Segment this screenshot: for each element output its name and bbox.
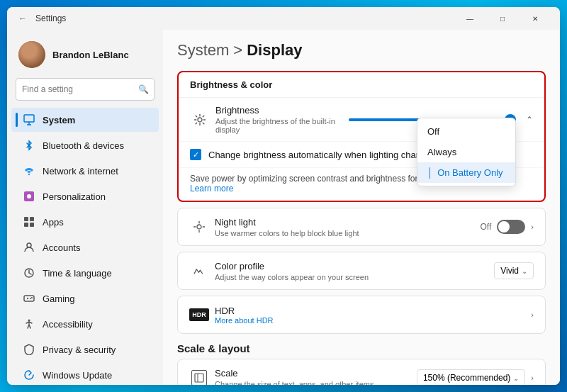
night-light-icon [189, 220, 209, 233]
night-light-status: Off [481, 222, 492, 232]
svg-point-19 [28, 320, 30, 322]
hdr-control: › [531, 310, 534, 319]
personalization-icon [23, 190, 35, 203]
hdr-link[interactable]: More about HDR [215, 316, 531, 325]
sidebar-item-update[interactable]: Windows Update [11, 363, 159, 385]
learn-more-link[interactable]: Learn more [190, 184, 233, 194]
sidebar-item-system[interactable]: System [11, 108, 159, 132]
sidebar-item-personalization[interactable]: Personalization [11, 184, 159, 208]
color-profile-select[interactable]: Vivid ⌄ [494, 262, 534, 279]
night-light-row: Night light Use warmer colors to help bl… [178, 208, 545, 245]
night-light-card: Night light Use warmer colors to help bl… [177, 208, 546, 246]
sidebar-label-accessibility: Accessibility [43, 319, 93, 330]
dropdown-option-battery[interactable]: On Battery Only [417, 162, 515, 183]
system-icon [23, 113, 35, 126]
scale-icon [189, 370, 209, 385]
brightness-expand-chevron[interactable]: ⌃ [526, 115, 533, 125]
night-light-control: Off › [481, 220, 534, 234]
scale-chevron[interactable]: › [531, 374, 534, 382]
brightness-title: Brightness [215, 105, 349, 116]
sidebar-label-update: Windows Update [43, 370, 112, 381]
auto-brightness-checkbox[interactable]: ✓ [190, 149, 201, 160]
scale-desc: Change the size of text, apps, and other… [215, 380, 417, 386]
sidebar-item-accounts[interactable]: Accounts [11, 235, 159, 259]
accounts-icon [23, 241, 35, 254]
maximize-button[interactable]: □ [486, 7, 519, 30]
close-button[interactable]: ✕ [519, 7, 551, 30]
brightness-desc: Adjust the brightness of the built-in di… [215, 117, 349, 134]
sidebar-label-system: System [43, 115, 75, 125]
avatar [18, 41, 45, 68]
svg-line-25 [196, 116, 197, 117]
user-name: Brandon LeBlanc [52, 50, 129, 60]
network-icon [23, 164, 35, 177]
hdr-card: HDR HDR More about HDR › [177, 296, 546, 334]
search-input[interactable] [16, 78, 155, 101]
night-light-text: Night light Use warmer colors to help bl… [215, 217, 481, 237]
color-profile-title: Color profile [215, 261, 494, 271]
color-profile-desc: Adjust the way colors appear on your scr… [215, 273, 494, 281]
time-icon [23, 267, 35, 279]
bluetooth-icon [23, 139, 35, 152]
dropdown-option-always[interactable]: Always [417, 142, 515, 162]
breadcrumb-parent: System [177, 41, 229, 60]
svg-rect-7 [30, 217, 34, 221]
brightness-dropdown-popup: Off Always On Battery Only [417, 118, 516, 186]
scale-select[interactable]: 150% (Recommended) ⌄ [417, 369, 525, 385]
sidebar-item-network[interactable]: Network & internet [11, 159, 159, 183]
minimize-button[interactable]: — [454, 7, 486, 30]
night-light-toggle[interactable] [497, 220, 525, 234]
avatar-image [18, 41, 45, 68]
svg-line-28 [196, 123, 197, 124]
svg-point-20 [198, 118, 202, 122]
sidebar-label-time: Time & language [43, 268, 112, 279]
sidebar-item-privacy[interactable]: Privacy & security [11, 337, 159, 362]
sidebar-item-accessibility[interactable]: Accessibility [11, 312, 159, 336]
color-profile-control: Vivid ⌄ [494, 262, 534, 279]
scale-value: 150% (Recommended) [423, 373, 510, 383]
color-profile-icon [189, 264, 209, 277]
apps-icon [23, 215, 35, 228]
svg-rect-0 [24, 115, 34, 122]
scale-title: Scale [215, 368, 417, 379]
sidebar-item-gaming[interactable]: Gaming [11, 286, 159, 310]
sidebar: Brandon LeBlanc 🔍 System [7, 30, 163, 385]
page-title: Display [247, 41, 302, 60]
privacy-icon [23, 343, 35, 356]
color-profile-row: Color profile Adjust the way colors appe… [178, 252, 545, 289]
sidebar-item-bluetooth[interactable]: Bluetooth & devices [11, 133, 159, 157]
svg-line-13 [29, 273, 31, 274]
dropdown-option-off[interactable]: Off [417, 121, 515, 142]
gaming-icon [23, 292, 35, 305]
color-profile-value: Vivid [500, 266, 519, 276]
hdr-chevron[interactable]: › [531, 310, 534, 319]
hdr-row: HDR HDR More about HDR › [178, 296, 545, 333]
user-profile: Brandon LeBlanc [7, 35, 163, 77]
scale-card: Scale Change the size of text, apps, and… [177, 359, 546, 385]
svg-point-29 [197, 225, 201, 229]
back-button[interactable]: ← [16, 11, 30, 26]
scale-arrow: ⌄ [513, 374, 519, 382]
night-light-desc: Use warmer colors to help block blue lig… [215, 229, 481, 237]
toggle-thumb [498, 221, 510, 233]
night-light-chevron[interactable]: › [531, 223, 534, 231]
brightness-text: Brightness Adjust the brightness of the … [215, 105, 349, 134]
sidebar-item-apps[interactable]: Apps [11, 210, 159, 234]
svg-point-3 [28, 174, 30, 175]
brightness-row: Brightness Adjust the brightness of the … [179, 98, 544, 142]
svg-rect-9 [30, 223, 34, 227]
update-icon [23, 369, 35, 381]
scale-layout-icon [191, 370, 207, 385]
sidebar-label-network: Network & internet [43, 166, 118, 177]
color-profile-card: Color profile Adjust the way colors appe… [177, 252, 546, 290]
scale-row: Scale Change the size of text, apps, and… [178, 359, 545, 385]
sidebar-label-gaming: Gaming [43, 293, 75, 304]
scale-control: 150% (Recommended) ⌄ › [417, 369, 534, 385]
svg-rect-14 [24, 296, 34, 301]
svg-rect-34 [195, 374, 203, 382]
svg-rect-8 [24, 223, 28, 227]
brightness-icon [190, 113, 210, 126]
sidebar-label-privacy: Privacy & security [43, 345, 116, 355]
sidebar-item-time[interactable]: Time & language [11, 261, 159, 285]
hdr-icon-wrap: HDR [189, 308, 209, 321]
